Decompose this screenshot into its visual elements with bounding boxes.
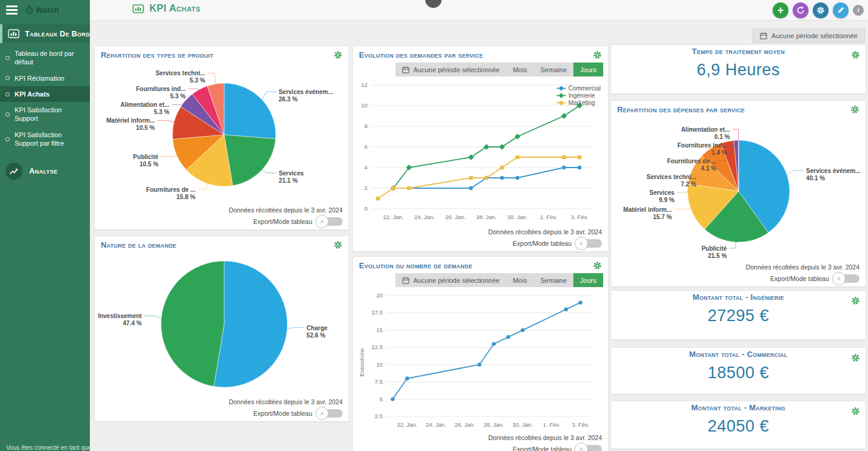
- data-point[interactable]: [468, 154, 474, 160]
- card-footer: Données récoltées depuis le 3 avr. 2024 …: [488, 228, 602, 248]
- data-point[interactable]: [469, 176, 473, 180]
- add-button[interactable]: +: [773, 2, 788, 18]
- data-point[interactable]: [485, 176, 488, 180]
- legend-item-ingénierie[interactable]: Ingénierie: [556, 92, 601, 99]
- data-point[interactable]: [561, 113, 567, 119]
- card-settings-gear-icon[interactable]: [851, 50, 860, 59]
- stat-value: 6,9 Heures: [611, 61, 866, 80]
- collected-since-text: Données récoltées depuis le 3 avr. 2024: [229, 206, 343, 214]
- pie-slice[interactable]: [161, 261, 224, 387]
- data-point[interactable]: [484, 144, 490, 150]
- line-chart-nombre-demande: 2.557.51012.51517.52022. Jan.24. Jan.26.…: [358, 291, 603, 433]
- pie-label-connector: [733, 129, 739, 141]
- sidebar-item-kpi-satisfaction-support-par-filtre[interactable]: KPI Satisfaction Support par filtre: [0, 127, 90, 152]
- card-settings-gear-icon[interactable]: [333, 50, 343, 59]
- sidebar-item-kpi-r-clamation[interactable]: KPI Réclamation: [0, 70, 90, 86]
- card-settings-gear-icon[interactable]: [851, 353, 860, 362]
- header-actions: + i: [773, 2, 864, 18]
- data-point[interactable]: [578, 155, 581, 159]
- svg-text:17.5: 17.5: [372, 309, 383, 316]
- svg-text:30. Jan.: 30. Jan.: [513, 421, 533, 428]
- data-point[interactable]: [516, 176, 519, 180]
- collected-since-text: Données récoltées depuis le 3 avr. 2024: [488, 228, 602, 236]
- data-point[interactable]: [521, 328, 524, 332]
- data-point[interactable]: [376, 197, 380, 200]
- card-settings-gear-icon[interactable]: [850, 105, 859, 114]
- card-settings-gear-icon[interactable]: [333, 240, 343, 249]
- period-select-button[interactable]: Aucune période sélectionnée: [395, 273, 507, 287]
- card-settings-gear-icon[interactable]: [851, 407, 860, 416]
- data-point[interactable]: [516, 155, 519, 159]
- data-point[interactable]: [562, 166, 566, 169]
- data-point[interactable]: [405, 376, 409, 380]
- sidebar-item-kpi-achats[interactable]: KPI Achats: [0, 86, 90, 102]
- bullet-icon: [5, 137, 10, 141]
- svg-text:2: 2: [364, 185, 367, 191]
- period-jours-button[interactable]: Jours: [573, 273, 603, 287]
- svg-text:10: 10: [376, 361, 383, 368]
- pie-label-connector: [188, 89, 200, 90]
- period-semaine-button[interactable]: Semaine: [534, 273, 573, 287]
- data-point[interactable]: [499, 144, 505, 150]
- card-nature-demande: Nature de la demande Charge52.6 %Investi…: [94, 236, 349, 422]
- data-point[interactable]: [507, 335, 510, 339]
- card-footer: Données récoltées depuis le 3 avr. 2024 …: [229, 206, 343, 226]
- data-point[interactable]: [407, 186, 411, 190]
- settings-button[interactable]: [813, 2, 829, 18]
- data-point[interactable]: [492, 342, 496, 345]
- sidebar-item-kpi-satisfaction-support[interactable]: KPI Satisfaction Support: [0, 102, 90, 127]
- svg-text:26. Jan.: 26. Jan.: [445, 214, 466, 220]
- legend-item-commercial[interactable]: Commercial: [556, 85, 601, 92]
- data-point[interactable]: [578, 166, 581, 169]
- svg-text:3. Fév.: 3. Fév.: [572, 421, 589, 428]
- pie-label: Fournitures de ...15.8 %: [146, 186, 196, 200]
- pie-slice[interactable]: [214, 261, 287, 387]
- menu-toggle-icon[interactable]: [6, 4, 18, 16]
- period-mois-button[interactable]: Mois: [506, 63, 533, 76]
- pie-slice[interactable]: [224, 135, 276, 186]
- period-mois-button[interactable]: Mois: [506, 273, 533, 287]
- info-button[interactable]: i: [853, 5, 864, 16]
- card-settings-gear-icon[interactable]: [593, 261, 602, 270]
- sidebar-item-tableau-de-bord-par-d-faut[interactable]: Tableau de bord par défaut: [0, 46, 90, 70]
- svg-text:28. Jan.: 28. Jan.: [476, 214, 497, 220]
- pie-label: Fournitures ind...5.3 %: [136, 86, 186, 100]
- period-semaine-button[interactable]: Semaine: [534, 63, 573, 76]
- refresh-button[interactable]: [793, 2, 808, 18]
- export-toggle[interactable]: ×: [834, 274, 859, 283]
- card-footer: Données récoltées depuis le 3 avr. 2024 …: [488, 434, 602, 451]
- period-select-button[interactable]: Aucune période sélectionnée: [395, 63, 507, 76]
- period-jours-button[interactable]: Jours: [573, 63, 603, 76]
- period-toolbar: Aucune période sélectionnée Mois Semaine…: [395, 273, 603, 287]
- data-point[interactable]: [500, 166, 504, 169]
- data-point[interactable]: [391, 397, 394, 401]
- sidebar-menu: Tableau de bord par défautKPI Réclamatio…: [0, 46, 90, 151]
- data-point[interactable]: [477, 363, 481, 367]
- data-point[interactable]: [562, 155, 566, 159]
- sidebar-section-tableaux-de-bord[interactable]: Tableaux De Bord: [0, 24, 90, 43]
- export-toggle[interactable]: ×: [576, 239, 602, 248]
- pie-label: Charge52.6 %: [307, 325, 328, 339]
- global-period-select-button[interactable]: Aucune période sélectionnée: [753, 29, 865, 43]
- data-point[interactable]: [392, 186, 395, 190]
- svg-text:1. Fév.: 1. Fév.: [540, 214, 557, 220]
- export-toggle[interactable]: ×: [576, 445, 602, 451]
- export-toggle[interactable]: ×: [317, 409, 343, 418]
- sidebar-item-analyse[interactable]: Analyse: [0, 157, 90, 185]
- export-toggle[interactable]: ×: [317, 217, 343, 226]
- svg-text:12.5: 12.5: [372, 344, 383, 350]
- data-point[interactable]: [469, 186, 473, 190]
- legend-item-marketing[interactable]: Marketing: [556, 100, 601, 106]
- data-point[interactable]: [578, 300, 582, 304]
- card-title: Répartition des types de produit: [101, 50, 213, 59]
- card-footer: Données récoltées depuis le 3 avr. 2024 …: [229, 398, 343, 418]
- card-settings-gear-icon[interactable]: [851, 296, 860, 305]
- card-settings-gear-icon[interactable]: [593, 50, 602, 59]
- app-logo-label: Watch: [36, 5, 60, 15]
- edit-button[interactable]: [833, 2, 849, 18]
- data-point[interactable]: [500, 176, 504, 180]
- data-point[interactable]: [514, 134, 521, 140]
- legend-label: Marketing: [569, 100, 595, 106]
- card-repartition-depenses-service: Répartition des dépenses par service Ser…: [610, 100, 866, 287]
- data-point[interactable]: [564, 308, 568, 311]
